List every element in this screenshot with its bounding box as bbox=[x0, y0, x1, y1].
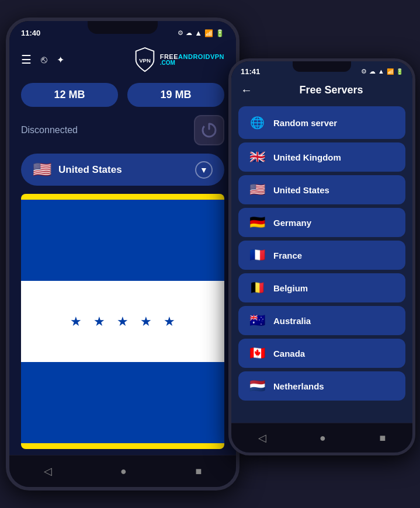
logo-main: FREEANDROIDVPN bbox=[160, 54, 224, 60]
server-item-us[interactable]: 🇺🇸 United States bbox=[238, 175, 405, 204]
server-item-au[interactable]: 🇦🇺 Australia bbox=[238, 306, 405, 335]
upload-stat: 19 MB bbox=[127, 83, 224, 107]
phone2-notch bbox=[293, 61, 351, 72]
flag-blue-bottom bbox=[21, 362, 224, 443]
phone2-screen: 11:41 ⚙ ☁ ▲ 📶 🔋 ← Free Servers 🌐 Random bbox=[231, 61, 412, 453]
shield-icon: VPN bbox=[132, 47, 158, 72]
connection-status: Disconnected bbox=[21, 125, 78, 135]
server-name-nl: Netherlands bbox=[273, 381, 324, 391]
us-flag-icon: 🇺🇸 bbox=[248, 182, 266, 197]
phone1-notch bbox=[88, 21, 158, 34]
uk-flag-icon: 🇬🇧 bbox=[248, 149, 266, 165]
menu-icon[interactable]: ☰ bbox=[21, 53, 32, 67]
phone1-status-icons: ⚙ ☁ ▲ 📶 🔋 bbox=[178, 29, 224, 37]
nl-flag-icon: 🇳🇱 bbox=[248, 378, 266, 394]
au-flag-icon: 🇦🇺 bbox=[248, 313, 266, 328]
toolbar-left: ☰ ⎋ ✦ bbox=[21, 53, 64, 67]
share-icon[interactable]: ⎋ bbox=[41, 54, 47, 66]
flag-yellow-stripe-top bbox=[21, 194, 224, 200]
country-selector[interactable]: 🇺🇸 United States ▼ bbox=[21, 154, 224, 186]
phone2: 11:41 ⚙ ☁ ▲ 📶 🔋 ← Free Servers 🌐 Random bbox=[228, 58, 415, 455]
back-button[interactable]: ← bbox=[241, 83, 252, 97]
server-item-random[interactable]: 🌐 Random server bbox=[238, 106, 405, 139]
stats-row: 12 MB 19 MB bbox=[21, 83, 224, 107]
star-3: ★ bbox=[117, 314, 129, 329]
server-item-fr[interactable]: 🇫🇷 France bbox=[238, 241, 405, 270]
logo-sub: .COM bbox=[160, 60, 224, 66]
server-name-us: United States bbox=[273, 185, 329, 195]
home-nav-btn[interactable]: ● bbox=[109, 463, 138, 480]
phone2-status-icons: ⚙ ☁ ▲ 📶 🔋 bbox=[361, 68, 403, 75]
phone1-content: 12 MB 19 MB Disconnected 🇺🇸 bbox=[9, 77, 236, 455]
star-5: ★ bbox=[164, 314, 175, 329]
star-2: ★ bbox=[93, 314, 105, 329]
phone2-nav: ◁ ● ■ bbox=[231, 423, 412, 453]
de-flag-icon: 🇩🇪 bbox=[248, 215, 266, 230]
phone1-nav: ◁ ● ■ bbox=[9, 455, 236, 487]
phone1-screen: 11:40 ⚙ ☁ ▲ 📶 🔋 ☰ ⎋ ✦ bbox=[9, 21, 236, 487]
settings-icon: ⚙ bbox=[178, 29, 183, 37]
phone2-time: 11:41 bbox=[241, 67, 260, 76]
server-name-ca: Canada bbox=[273, 349, 305, 359]
back-nav-btn[interactable]: ◁ bbox=[32, 462, 64, 480]
server-item-ca[interactable]: 🇨🇦 Canada bbox=[238, 339, 405, 368]
screen-title: Free Servers bbox=[259, 84, 403, 96]
power-button[interactable] bbox=[194, 115, 224, 145]
connection-row: Disconnected bbox=[21, 115, 224, 145]
server-name-de: Germany bbox=[273, 218, 311, 228]
country-flag: 🇺🇸 bbox=[33, 161, 51, 179]
server-name-random: Random server bbox=[273, 118, 337, 128]
chevron-down-icon[interactable]: ▼ bbox=[195, 161, 213, 179]
flag-white-stripe: ★ ★ ★ ★ ★ bbox=[21, 281, 224, 362]
home-nav-btn2[interactable]: ● bbox=[308, 430, 338, 447]
phone1-time: 11:40 bbox=[21, 29, 40, 37]
be-flag-icon: 🇧🇪 bbox=[248, 280, 266, 295]
server-list: 🌐 Random server 🇬🇧 United Kingdom 🇺🇸 Uni… bbox=[231, 102, 412, 423]
battery-icon2: 🔋 bbox=[396, 68, 403, 75]
battery-icon: 🔋 bbox=[216, 29, 224, 37]
server-item-uk[interactable]: 🇬🇧 United Kingdom bbox=[238, 142, 405, 172]
honduras-flag: ★ ★ ★ ★ ★ bbox=[21, 200, 224, 444]
flag-blue-top bbox=[21, 200, 224, 281]
settings-icon2: ⚙ bbox=[361, 68, 367, 75]
logo-text: FREEANDROIDVPN .COM bbox=[160, 54, 224, 66]
phone1-toolbar: ☰ ⎋ ✦ VPN FREEANDROIDVPN .COM bbox=[9, 42, 236, 77]
star-4: ★ bbox=[140, 314, 152, 329]
favorites-icon[interactable]: ✦ bbox=[57, 54, 64, 65]
download-stat: 12 MB bbox=[21, 83, 118, 107]
wifi-icon2: ▲ bbox=[378, 68, 384, 75]
phone1: 11:40 ⚙ ☁ ▲ 📶 🔋 ☰ ⎋ ✦ bbox=[6, 18, 239, 490]
ca-flag-icon: 🇨🇦 bbox=[248, 346, 266, 361]
svg-text:VPN: VPN bbox=[139, 57, 151, 64]
recents-nav-btn2[interactable]: ■ bbox=[367, 430, 397, 447]
power-icon bbox=[200, 121, 218, 140]
back-nav-btn2[interactable]: ◁ bbox=[247, 429, 278, 447]
signal-icon: 📶 bbox=[204, 29, 213, 37]
server-name-fr: France bbox=[273, 250, 302, 260]
star-1: ★ bbox=[70, 314, 82, 329]
country-name: United States bbox=[58, 164, 188, 176]
flag-yellow-stripe-bottom bbox=[21, 443, 224, 449]
phone2-header: ← Free Servers bbox=[231, 79, 412, 102]
wifi-icon: ▲ bbox=[195, 29, 202, 37]
fr-flag-icon: 🇫🇷 bbox=[248, 248, 266, 263]
scene: 11:40 ⚙ ☁ ▲ 📶 🔋 ☰ ⎋ ✦ bbox=[0, 0, 420, 508]
globe-icon: 🌐 bbox=[248, 113, 266, 132]
app-logo: VPN FREEANDROIDVPN .COM bbox=[132, 47, 224, 72]
server-name-be: Belgium bbox=[273, 283, 308, 293]
flag-display: ★ ★ ★ ★ ★ bbox=[21, 194, 224, 449]
stars-container: ★ ★ ★ ★ ★ bbox=[70, 314, 175, 329]
server-name-au: Australia bbox=[273, 316, 311, 326]
signal-icon2: 📶 bbox=[387, 68, 394, 75]
server-item-nl[interactable]: 🇳🇱 Netherlands bbox=[238, 371, 405, 401]
cloud-icon2: ☁ bbox=[369, 68, 376, 75]
server-item-be[interactable]: 🇧🇪 Belgium bbox=[238, 273, 405, 302]
recents-nav-btn[interactable]: ■ bbox=[183, 463, 213, 480]
server-item-de[interactable]: 🇩🇪 Germany bbox=[238, 208, 405, 237]
cloud-icon: ☁ bbox=[186, 29, 192, 37]
server-name-uk: United Kingdom bbox=[273, 152, 341, 162]
